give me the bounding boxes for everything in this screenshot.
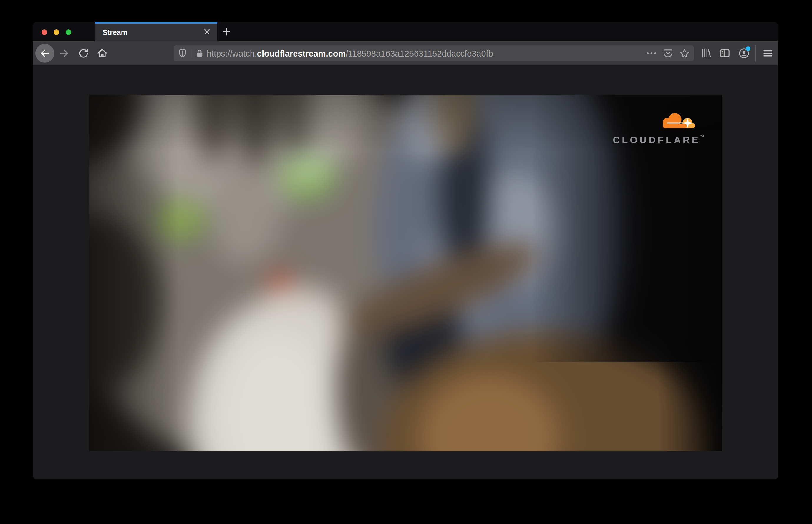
account-notification-dot <box>746 46 750 51</box>
video-blob <box>167 208 195 231</box>
home-icon <box>96 47 108 59</box>
hamburger-icon <box>762 48 774 59</box>
back-arrow-icon <box>39 48 50 59</box>
urlbar-actions <box>646 45 691 61</box>
watermark-trademark: ™ <box>700 134 704 139</box>
sidebar-icon <box>719 47 731 59</box>
pocket-icon <box>663 48 673 59</box>
back-button[interactable] <box>35 44 54 63</box>
sidebar-button[interactable] <box>718 46 732 60</box>
video-player[interactable]: CLOUDFLARE™ <box>89 95 722 451</box>
pocket-save-button[interactable] <box>662 47 674 59</box>
close-window-button[interactable] <box>42 30 47 35</box>
ellipsis-icon <box>647 52 656 54</box>
page-actions-button[interactable] <box>646 47 657 59</box>
toolbar-separator <box>755 45 756 62</box>
titlebar: Stream <box>33 22 778 41</box>
new-tab-button[interactable] <box>220 26 232 38</box>
bookmark-star-button[interactable] <box>679 47 691 59</box>
video-blob <box>210 163 280 264</box>
account-button[interactable] <box>737 46 751 60</box>
account-icon <box>738 47 750 60</box>
tracking-protection-shield-icon[interactable] <box>177 48 188 59</box>
connection-lock-icon[interactable] <box>195 48 205 58</box>
library-icon <box>700 47 712 59</box>
urlbar-separator <box>191 49 191 58</box>
traffic-lights <box>42 30 71 35</box>
reload-icon <box>78 48 89 59</box>
url-text[interactable]: https://watch.cloudflarestream.com/11859… <box>207 45 493 61</box>
cloudflare-cloud-icon <box>654 110 704 133</box>
url-domain: cloudflarestream.com <box>257 49 346 58</box>
close-tab-button[interactable] <box>201 26 213 37</box>
reload-button[interactable] <box>76 46 91 60</box>
home-button[interactable] <box>95 46 109 60</box>
tab-stream[interactable]: Stream <box>95 22 217 41</box>
star-icon <box>679 48 690 59</box>
library-button[interactable] <box>699 46 713 60</box>
minimize-window-button[interactable] <box>53 30 59 35</box>
menu-button[interactable] <box>761 46 775 60</box>
url-path: /118598a163a125631152ddaccfe3a0fb <box>346 49 493 58</box>
forward-arrow-icon <box>59 48 70 59</box>
cloudflare-watermark: CLOUDFLARE™ <box>610 110 704 146</box>
url-bar[interactable]: https://watch.cloudflarestream.com/11859… <box>174 45 694 61</box>
video-frame-blur <box>89 95 722 451</box>
url-prefix: https://watch. <box>207 49 257 58</box>
watermark-brand: CLOUDFLARE <box>613 134 700 145</box>
forward-button[interactable] <box>57 46 71 60</box>
page-content: CLOUDFLARE™ <box>33 65 778 479</box>
zoom-window-button[interactable] <box>66 30 71 35</box>
x-icon <box>203 28 211 36</box>
tab-title: Stream <box>102 22 128 41</box>
plus-icon <box>222 27 231 37</box>
navigation-toolbar: https://watch.cloudflarestream.com/11859… <box>33 41 778 65</box>
browser-window: Stream <box>33 22 778 479</box>
video-blob <box>290 157 326 178</box>
